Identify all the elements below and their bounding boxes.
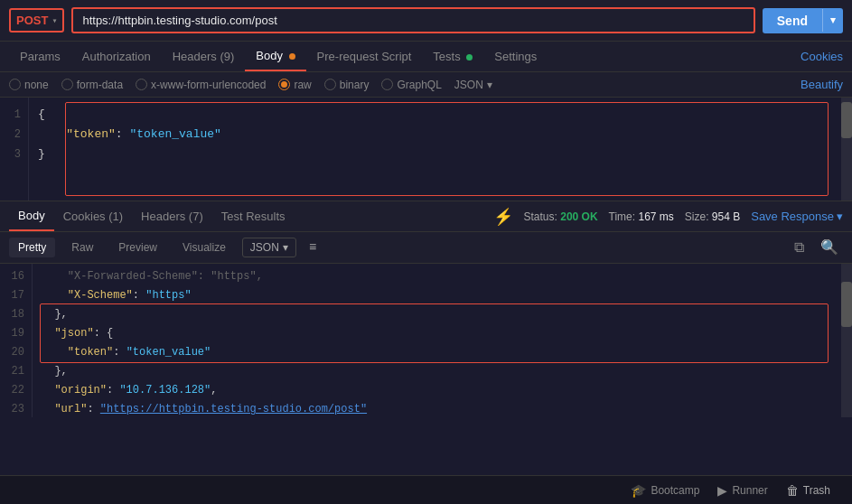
runner-button[interactable]: ▶ Runner: [708, 483, 776, 498]
save-response-button[interactable]: Save Response ▾: [751, 210, 843, 223]
status-info: ⚡ Status: 200 OK Time: 167 ms Size: 954 …: [493, 207, 843, 227]
send-dropdown-arrow: ▾: [822, 9, 843, 32]
editor-scrollbar[interactable]: [841, 98, 852, 201]
beautify-button[interactable]: Beautify: [801, 78, 843, 91]
size-info: Size: 954 B: [685, 210, 740, 223]
trash-icon: 🗑: [786, 483, 799, 498]
bottom-bar: 🎓 Bootcamp ▶ Runner 🗑 Trash: [0, 475, 852, 504]
radio-binary[interactable]: binary: [324, 79, 370, 91]
response-json-dropdown[interactable]: JSON ▾: [242, 238, 296, 257]
radio-form-data-circle: [61, 79, 73, 90]
radio-raw[interactable]: raw: [278, 79, 311, 91]
resp-line-20: "token": "token_value": [42, 343, 832, 362]
bootcamp-icon: 🎓: [631, 483, 646, 498]
resp-tab-test-results[interactable]: Test Results: [212, 202, 295, 230]
resp-line-16: "X-Forwarded-Scheme": "https",: [42, 267, 832, 286]
editor-scrollbar-thumb: [841, 102, 852, 138]
radio-x-www-circle: [136, 79, 147, 90]
response-scrollbar-thumb: [841, 282, 852, 327]
fmt-tab-preview[interactable]: Preview: [109, 238, 166, 257]
bootcamp-button[interactable]: 🎓 Bootcamp: [622, 483, 708, 498]
tab-authorization[interactable]: Authorization: [71, 42, 162, 70]
filter-icon[interactable]: ≡: [309, 240, 316, 255]
code-line-2: "token": "token_value": [38, 125, 832, 145]
editor-lines: 1 2 3 { "token": "token_value" }: [0, 98, 852, 201]
radio-form-data[interactable]: form-data: [61, 79, 123, 91]
url-input[interactable]: [71, 7, 754, 33]
tab-pre-request[interactable]: Pre-request Script: [306, 42, 423, 70]
status-icon: ⚡: [493, 207, 513, 227]
response-line-numbers: 16 17 18 19 20 21 22 23 24: [0, 264, 33, 417]
code-content: { "token": "token_value" }: [29, 98, 841, 201]
tab-settings[interactable]: Settings: [483, 42, 548, 70]
status-label: Status: 200 OK: [524, 210, 598, 223]
resp-line-19: "json": {: [42, 324, 832, 343]
response-format-bar: Pretty Raw Preview Visualize JSON ▾ ≡ ⧉ …: [0, 232, 852, 264]
response-code: "X-Forwarded-Scheme": "https", "X-Scheme…: [33, 264, 841, 417]
radio-graphql[interactable]: GraphQL: [381, 79, 441, 91]
copy-icon[interactable]: ⧉: [790, 238, 809, 258]
json-format-selector[interactable]: JSON ▾: [454, 79, 492, 91]
radio-none-circle: [9, 79, 21, 90]
radio-graphql-circle: [381, 79, 393, 90]
fmt-tab-visualize[interactable]: Visualize: [173, 238, 235, 257]
code-line-3: }: [38, 145, 832, 164]
tab-params[interactable]: Params: [9, 42, 71, 70]
method-dropdown-arrow: ▾: [51, 15, 57, 26]
tab-headers[interactable]: Headers (9): [162, 42, 246, 70]
time-info: Time: 167 ms: [609, 210, 674, 223]
response-body: 16 17 18 19 20 21 22 23 24 "X-Forwarded-…: [0, 264, 852, 417]
radio-binary-circle: [324, 79, 336, 90]
fmt-tab-raw[interactable]: Raw: [62, 238, 102, 257]
method-label: POST: [16, 14, 48, 27]
send-label: Send: [763, 8, 822, 33]
response-scrollbar[interactable]: [841, 264, 852, 417]
body-type-bar: none form-data x-www-form-urlencoded raw…: [0, 72, 852, 98]
resp-tab-cookies[interactable]: Cookies (1): [54, 202, 132, 230]
tab-tests[interactable]: Tests: [422, 42, 483, 70]
resp-tab-body[interactable]: Body: [9, 201, 54, 231]
resp-tab-headers[interactable]: Headers (7): [132, 202, 212, 230]
send-button[interactable]: Send ▾: [763, 8, 843, 33]
nav-tabs: Params Authorization Headers (9) Body Pr…: [0, 42, 852, 72]
resp-line-23: "url": "https://httpbin.testing-studio.c…: [42, 400, 832, 417]
request-body-editor[interactable]: 1 2 3 { "token": "token_value" }: [0, 98, 852, 201]
response-tabs-bar: Body Cookies (1) Headers (7) Test Result…: [0, 201, 852, 232]
radio-raw-circle: [278, 79, 290, 90]
method-selector[interactable]: POST ▾: [9, 8, 64, 33]
fmt-tab-pretty[interactable]: Pretty: [9, 238, 55, 257]
code-line-1: {: [38, 105, 832, 125]
cookies-button[interactable]: Cookies: [801, 50, 843, 63]
resp-line-18: },: [42, 305, 832, 324]
runner-icon: ▶: [717, 483, 727, 498]
search-icon[interactable]: 🔍: [816, 237, 843, 258]
tests-dot: [466, 54, 473, 61]
resp-line-17: "X-Scheme": "https": [42, 286, 832, 305]
tab-body[interactable]: Body: [245, 42, 305, 71]
trash-button[interactable]: 🗑 Trash: [777, 483, 839, 498]
body-dot: [289, 53, 295, 60]
top-bar: POST ▾ Send ▾: [0, 0, 852, 42]
radio-x-www[interactable]: x-www-form-urlencoded: [136, 79, 266, 91]
resp-line-22: "origin": "10.7.136.128",: [42, 381, 832, 400]
resp-line-21: },: [42, 362, 832, 381]
line-numbers: 1 2 3: [0, 98, 29, 201]
radio-none[interactable]: none: [9, 79, 49, 91]
